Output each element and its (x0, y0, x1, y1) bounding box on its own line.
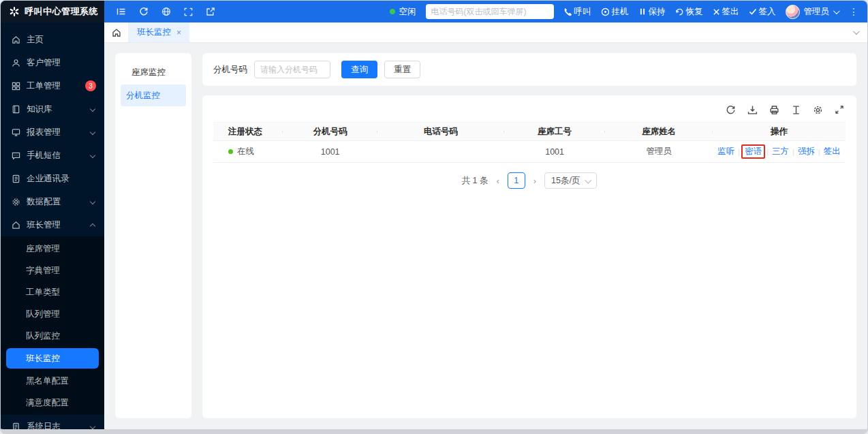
column-header: 操作 (713, 126, 846, 138)
call-label: 呼叫 (574, 6, 591, 18)
tab-label: 班长监控 (137, 27, 171, 38)
submenu-label: 座席管理 (26, 243, 60, 255)
sidebar-item-home[interactable]: 主页 (1, 28, 104, 51)
topbar-right: 空闲 呼叫 挂机 保持 恢复 签出 (390, 1, 868, 22)
sidebar-item-reports[interactable]: 报表管理 (1, 121, 104, 144)
gear-icon (12, 198, 20, 206)
status-label: 空闲 (399, 6, 416, 18)
prev-page-icon[interactable]: ‹ (495, 176, 500, 186)
download-icon[interactable] (747, 105, 758, 115)
next-page-icon[interactable]: › (532, 176, 538, 186)
submenu-item-supervisor-monitor[interactable]: 班长监控 (6, 348, 99, 369)
chevron-down-icon (833, 7, 840, 14)
page-size-select[interactable]: 15条/页 (544, 172, 597, 189)
call-button[interactable]: 呼叫 (563, 6, 591, 18)
search-label: 分机号码 (213, 64, 247, 76)
tab-close-icon[interactable]: × (176, 28, 181, 37)
fullscreen-icon[interactable] (184, 7, 193, 16)
chevron-down-icon (90, 153, 95, 158)
sidebar-item-label: 系统日志 (27, 421, 84, 430)
user-icon (12, 59, 20, 67)
supervisor-submenu: 座席管理 字典管理 工单类型 队列管理 队列监控 班长监控 黑名单配置 满意度配… (1, 236, 104, 415)
refresh-icon[interactable] (139, 7, 149, 16)
action-divider: | (738, 148, 740, 156)
signout-button[interactable]: 签出 (713, 6, 739, 18)
submenu-label: 黑名单配置 (26, 375, 69, 387)
sidebar-item-label: 客户管理 (27, 57, 96, 69)
sidebar-item-system-log[interactable]: 系统日志 (1, 415, 104, 429)
sidebar-item-sms[interactable]: 手机短信 (1, 144, 104, 167)
sidebar-item-label: 企业通讯录 (27, 173, 96, 185)
submenu-item-dict-mgmt[interactable]: 字典管理 (1, 260, 104, 281)
total-count: 共 1 条 (462, 175, 489, 187)
sidebar: 主页 客户管理 工单管理 3 知识库 报表管理 (1, 22, 104, 429)
sidebar-item-directory[interactable]: 企业通讯录 (1, 167, 104, 190)
column-header: 电话号码 (377, 126, 504, 138)
submenu-item-agent-mgmt[interactable]: 座席管理 (1, 238, 104, 260)
hangup-label: 挂机 (612, 6, 629, 18)
table-card: 注册状态 分机号码 电话号码 座席工号 座席姓名 操作 在线 (202, 95, 856, 418)
monitor-icon (12, 128, 20, 137)
extension-search-input[interactable] (254, 61, 330, 78)
hangup-button[interactable]: 挂机 (601, 6, 629, 18)
signin-button[interactable]: 签入 (749, 6, 776, 18)
home-icon (12, 35, 20, 44)
submenu-label: 字典管理 (26, 265, 60, 277)
chevron-down-icon (90, 129, 95, 135)
signout-action-link[interactable]: 签出 (820, 146, 844, 157)
force-release-action-link[interactable]: 强拆 (794, 146, 818, 157)
online-dot-icon (228, 149, 233, 154)
logo-area: 呼叫中心管理系统 (1, 1, 104, 22)
reset-button[interactable]: 重置 (384, 61, 420, 78)
page-number-button[interactable]: 1 (508, 172, 525, 189)
cell-status: 在线 (213, 146, 283, 157)
panel-item-extension-monitor[interactable]: 分机监控 (121, 84, 186, 106)
refresh-icon[interactable] (726, 105, 736, 115)
submenu-item-satisfaction-config[interactable]: 满意度配置 (1, 392, 104, 414)
submenu-item-queue-mgmt[interactable]: 队列管理 (1, 303, 104, 325)
three-way-action-link[interactable]: 三方 (769, 146, 792, 157)
sidebar-item-data-config[interactable]: 数据配置 (1, 190, 104, 213)
topbar-tools (104, 1, 215, 22)
app-window: 呼叫中心管理系统 空闲 (0, 0, 868, 434)
phone-number-input[interactable] (426, 4, 554, 19)
resume-label: 恢复 (686, 6, 703, 18)
chevron-down-icon (90, 106, 95, 112)
sidebar-item-customers[interactable]: 客户管理 (1, 51, 104, 74)
sidebar-item-tickets[interactable]: 工单管理 3 (1, 74, 104, 97)
query-button[interactable]: 查询 (341, 61, 377, 78)
tab-home[interactable] (104, 22, 129, 42)
app-title: 呼叫中心管理系统 (25, 5, 98, 18)
submenu-item-queue-monitor[interactable]: 队列监控 (1, 325, 104, 347)
column-header: 分机号码 (283, 126, 377, 138)
external-link-icon[interactable] (206, 7, 215, 16)
expand-icon[interactable] (835, 105, 844, 115)
submenu-label: 队列管理 (26, 309, 60, 320)
more-icon[interactable]: ⋮ (848, 6, 861, 17)
submenu-item-ticket-type[interactable]: 工单类型 (1, 281, 104, 303)
sidebar-item-supervisor[interactable]: 班长管理 (1, 213, 104, 236)
sidebar-item-label: 数据配置 (27, 196, 84, 208)
tab-supervisor-monitor[interactable]: 班长监控 × (129, 22, 189, 42)
column-header: 座席姓名 (605, 126, 713, 138)
whisper-action-link-highlighted[interactable]: 密语 (741, 144, 765, 159)
row-height-icon[interactable] (791, 105, 801, 115)
settings-gear-icon[interactable] (813, 105, 823, 115)
hold-button[interactable]: 保持 (638, 6, 666, 18)
panel-item-agent-monitor[interactable]: 座席监控 (121, 61, 186, 83)
signout-label: 签出 (722, 6, 739, 18)
avatar (786, 5, 800, 19)
resume-button[interactable]: 恢复 (675, 6, 703, 18)
status-text: 在线 (237, 146, 254, 156)
submenu-item-blacklist-config[interactable]: 黑名单配置 (1, 370, 104, 392)
sidebar-item-knowledge[interactable]: 知识库 (1, 97, 104, 121)
contacts-icon (12, 174, 20, 183)
print-icon[interactable] (769, 105, 779, 115)
menu-fold-icon[interactable] (117, 7, 126, 16)
tab-list-dropdown[interactable] (853, 22, 867, 42)
sidebar-item-label: 报表管理 (27, 127, 84, 138)
monitor-action-link[interactable]: 监听 (714, 146, 738, 157)
globe-icon[interactable] (161, 7, 171, 16)
user-menu[interactable]: 管理员 (786, 5, 839, 19)
cell-extension: 1001 (283, 147, 377, 157)
